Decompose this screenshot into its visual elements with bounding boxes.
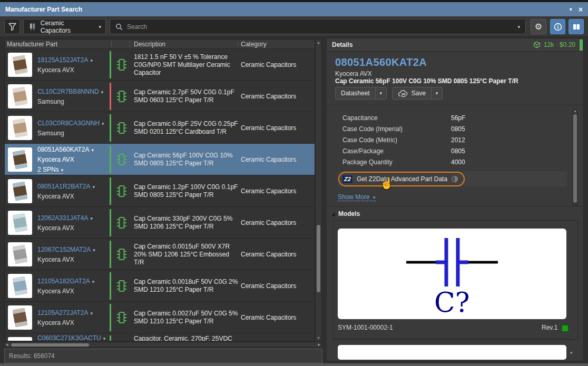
scroll-up-icon[interactable]: ▴: [316, 40, 321, 45]
table-row[interactable]: 12105A272JAT2A▾Kyocera AVXCap Ceramic 0.…: [5, 302, 315, 333]
parameters-list: Capacitance56pFCase Code (Imperial)0805C…: [327, 112, 570, 167]
scroll-down-icon[interactable]: ▾: [570, 350, 573, 355]
scroll-right-icon[interactable]: ▸: [318, 342, 320, 347]
vertical-scrollbar-thumb[interactable]: [317, 225, 320, 292]
component-chip-icon: [116, 58, 128, 72]
datasheet-button[interactable]: Datasheet ▾: [335, 87, 387, 100]
lifecycle-status-bar: [110, 51, 111, 78]
part-number-link[interactable]: C0603C271K3GACTU▾: [37, 334, 109, 341]
part-number-link[interactable]: 12105A182GAT2A▾: [37, 278, 109, 285]
column-header-description[interactable]: Description: [134, 41, 165, 48]
table-row[interactable]: 12062A331JAT4A▾Kyocera AVXCap Ceramic 33…: [5, 207, 315, 239]
manufacturer-label: Samsung: [37, 130, 109, 137]
schematic-symbol-preview[interactable]: C?: [338, 229, 566, 319]
scroll-left-icon[interactable]: ◂: [6, 342, 8, 347]
part-number-link[interactable]: 12067C152MAT2A▾: [37, 246, 109, 253]
chip-image: [12, 276, 28, 296]
part-description: Cap Ceramic 0.0018uF 50V C0G 2% SMD 1210…: [134, 270, 238, 302]
chevron-down-icon[interactable]: ▾: [432, 87, 442, 99]
columns-icon: [572, 23, 581, 31]
part-description: Cap Ceramic 0.8pF 25V C0G 0.25pF SMD 020…: [134, 112, 238, 144]
panel-titlebar[interactable]: Manufacturer Part Search ▾ ×: [0, 2, 588, 16]
chevron-down-icon: ▾: [102, 121, 104, 126]
table-horizontal-scrollbar[interactable]: ◂ ▸: [4, 342, 322, 348]
chevron-down-icon: ▾: [92, 279, 95, 284]
z2data-button-label: Get Z2Data Advanced Part Data: [357, 175, 447, 183]
search-history-chevron-icon[interactable]: ▾: [517, 24, 520, 29]
table-row[interactable]: 08051A1R2BAT2A▾Kyocera AVXCap Ceramic 1.…: [5, 175, 315, 207]
settings-button[interactable]: ⚙: [531, 19, 546, 34]
scroll-down-icon[interactable]: ▾: [316, 335, 321, 340]
column-divider[interactable]: [238, 41, 238, 47]
parameter-name: Package Quantity: [342, 159, 451, 166]
models-section-header[interactable]: ◢ Models: [331, 210, 360, 217]
part-description: Capacitor, Ceramic, 270pF, 25VDC: [134, 333, 238, 341]
table-row[interactable]: C0603C271K3GACTU▾Capacitor, Ceramic, 270…: [5, 333, 315, 341]
table-row[interactable]: 12067C152MAT2A▾Kyocera AVXCap Ceramic 0.…: [5, 239, 315, 270]
part-thumbnail: [8, 53, 32, 77]
table-row[interactable]: 08051A560KAT2A▾Kyocera AVX2 SPNs▾Cap Cer…: [5, 144, 315, 175]
search-input[interactable]: [127, 23, 513, 31]
filter-button[interactable]: [4, 19, 20, 34]
column-header-category[interactable]: Category: [241, 41, 267, 48]
table-vertical-scrollbar[interactable]: ▴ ▾: [315, 39, 322, 341]
part-info: 12105A182GAT2A▾Kyocera AVX: [37, 270, 109, 302]
detail-description: Cap Ceramic 56pF 100V C0G 10% SMD 0805 1…: [335, 77, 518, 85]
part-number-link[interactable]: 12062A331JAT4A▾: [37, 214, 109, 222]
component-chip-icon: [116, 248, 128, 261]
spns-link[interactable]: 2 SPNs▾: [37, 166, 63, 174]
close-icon[interactable]: ×: [579, 5, 583, 14]
datasheet-button-label[interactable]: Datasheet: [336, 87, 376, 99]
search-field[interactable]: ▾: [110, 19, 526, 34]
parameters-scrollbar-thumb[interactable]: [573, 114, 577, 203]
table-row[interactable]: CL10C2R7BB8NNND▾SamsungCap Ceramic 2.7pF…: [5, 81, 315, 112]
horizontal-scrollbar-thumb[interactable]: [11, 343, 89, 347]
part-number-link[interactable]: 08051A560KAT2A▾: [37, 146, 109, 153]
part-number-link[interactable]: 12105A272JAT2A▾: [37, 309, 109, 316]
part-info: C0603C271K3GACTU▾: [37, 333, 109, 341]
panel-menu-chevron-icon[interactable]: ▾: [570, 6, 572, 12]
results-count: Results: 656074: [9, 352, 55, 360]
part-number-link[interactable]: 08051A1R2BAT2A▾: [37, 183, 109, 190]
manufacturer-label: Kyocera AVX: [37, 256, 109, 263]
chevron-down-icon[interactable]: ▾: [376, 87, 386, 99]
scroll-up-icon[interactable]: ▴: [572, 108, 578, 113]
table-row[interactable]: 18125A152JAT2A▾Kyocera AVX1812 1.5 nF 50…: [5, 49, 315, 81]
show-more-link[interactable]: Show More ▾: [338, 193, 376, 201]
gear-icon: ⚙: [535, 22, 542, 32]
part-thumbnail: [8, 211, 32, 235]
category-label: Ceramic Capacitors: [241, 144, 313, 175]
table-row[interactable]: 12105A182GAT2A▾Kyocera AVXCap Ceramic 0.…: [5, 270, 315, 302]
funnel-icon: [8, 23, 17, 31]
chip-image: [12, 339, 28, 341]
save-button-label: Save: [411, 90, 426, 97]
part-number-link[interactable]: CL03C0R8CA3GNNH▾: [37, 120, 109, 127]
part-thumbnail: [8, 116, 32, 140]
table-header: Manufacturer Part Description Category: [5, 39, 315, 49]
lifecycle-status-bar: [110, 335, 111, 341]
lifecycle-status-bar: [110, 83, 111, 110]
footprint-preview-partial[interactable]: [338, 345, 566, 360]
parameters-scrollbar[interactable]: ▴: [572, 108, 578, 207]
column-divider[interactable]: [130, 41, 130, 47]
search-icon: [115, 23, 123, 31]
column-header-manufacturer-part[interactable]: Manufacturer Part: [7, 41, 57, 48]
table-row[interactable]: CL03C0R8CA3GNNH▾SamsungCap Ceramic 0.8pF…: [5, 112, 315, 144]
get-z2data-button[interactable]: Z2 Get Z2Data Advanced Part Data: [338, 172, 465, 186]
part-number-link[interactable]: 18125A152JAT2A▾: [37, 56, 109, 64]
part-info: CL10C2R7BB8NNND▾Samsung: [37, 81, 109, 112]
part-thumbnail: [8, 337, 32, 341]
column-divider[interactable]: [111, 41, 112, 47]
part-number-link[interactable]: CL10C2R7BB8NNND▾: [37, 88, 109, 95]
save-button-main[interactable]: Save: [393, 87, 432, 99]
info-button[interactable]: [550, 19, 565, 34]
save-button[interactable]: Save ▾: [392, 87, 443, 100]
manufacturer-label: Kyocera AVX: [37, 193, 109, 200]
category-dropdown[interactable]: Ceramic Capacitors ▾: [23, 19, 106, 34]
chip-image: [12, 118, 28, 138]
lifecycle-status-bar: [110, 209, 111, 236]
chip-image: [12, 150, 28, 170]
parameter-value: 0805: [451, 125, 465, 133]
manufacturer-part-search-panel: Manufacturer Part Search ▾ × Ceramic Cap…: [0, 0, 588, 366]
panels-button[interactable]: [569, 19, 584, 34]
